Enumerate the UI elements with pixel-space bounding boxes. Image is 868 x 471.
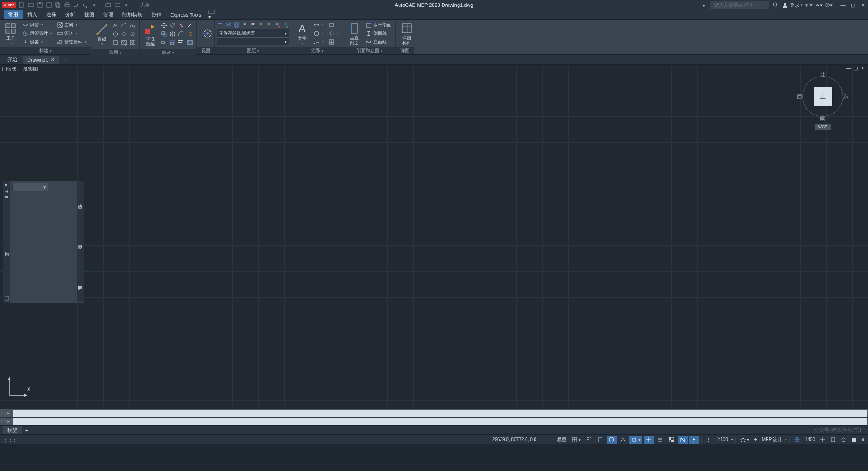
cmd-grip-icon[interactable]: ⋮⋮ — [0, 411, 6, 415]
ellipse-icon[interactable] — [121, 30, 128, 38]
copy-icon[interactable] — [160, 30, 168, 38]
layer5-icon[interactable] — [250, 21, 256, 29]
qat-save-icon[interactable] — [36, 1, 43, 9]
sb-annoscale-icon[interactable] — [704, 436, 714, 443]
duct-fitting-button[interactable]: 风管管件▾ — [21, 29, 53, 38]
sb-customize-icon[interactable]: ≡ — [860, 436, 866, 443]
palette-tab-2[interactable]: 扩展数据 — [77, 262, 84, 303]
explode-icon[interactable] — [186, 30, 193, 38]
help-icon[interactable]: ?▾ — [825, 1, 833, 9]
dim3-icon[interactable]: ▾ — [312, 38, 325, 46]
compass-west[interactable]: 西 — [797, 93, 802, 101]
pipe-fitting-button[interactable]: 管道管件▾ — [55, 38, 88, 46]
layout-add-button[interactable]: + — [22, 427, 32, 434]
array-icon[interactable] — [178, 39, 185, 46]
menu-view[interactable]: 视图 — [80, 10, 99, 19]
tab-close-icon[interactable]: ✕ — [51, 57, 54, 62]
cmd-close-icon[interactable]: ✕ — [6, 411, 12, 416]
sb-gear-icon[interactable]: ▾ — [738, 436, 751, 444]
palette-tab-0[interactable]: 法兰 — [77, 181, 84, 221]
line-button[interactable]: 直线 ▾ — [93, 21, 111, 48]
panel-modify-title[interactable]: 修改 — [140, 49, 196, 56]
sb-otrack-icon[interactable] — [644, 436, 654, 444]
drawing-area[interactable]: [-][俯视][二维线框] — ▢ ✕ 北 南 东 西 上 WCS ✕ ⊣ ☰ … — [0, 65, 868, 409]
cmd-grip2-icon[interactable]: ⋮⋮ — [0, 419, 6, 423]
pipe-button[interactable]: 管道▾ — [55, 29, 88, 38]
tag3-icon[interactable] — [327, 38, 340, 46]
qat-arrow-icon[interactable] — [132, 1, 139, 9]
panel-section-title[interactable]: 剖面和立面 — [343, 47, 395, 54]
sb-nav2-icon[interactable] — [829, 436, 838, 443]
sb-drag-icon[interactable]: ⋮⋮⋮ — [2, 436, 19, 443]
qat-new-icon[interactable] — [18, 1, 25, 9]
layer9-icon[interactable] — [282, 21, 289, 29]
layout-model-tab[interactable]: 模型 — [3, 426, 22, 434]
layer8-icon[interactable] — [274, 21, 280, 29]
command-input[interactable] — [13, 418, 867, 425]
view-button[interactable] — [198, 21, 217, 46]
compass-east[interactable]: 东 — [843, 93, 849, 101]
move-icon[interactable] — [160, 22, 168, 29]
vp-close-icon[interactable]: ✕ — [861, 66, 866, 71]
qat-cloud-icon[interactable] — [54, 1, 62, 9]
properties-palette[interactable]: ✕ ⊣ ☰ 特性 ▾ 法兰 圆形 扩展数据 — [3, 181, 84, 303]
ucs-icon[interactable]: X — [5, 373, 32, 400]
dim2-icon[interactable]: ▾ — [312, 29, 325, 38]
sb-mep[interactable]: MEP 设计 — [760, 436, 784, 444]
qat-list-icon[interactable] — [114, 1, 121, 9]
search-input[interactable] — [710, 1, 769, 9]
wcs-button[interactable]: WCS — [815, 124, 831, 130]
menu-addins[interactable]: 附加模块 — [118, 10, 147, 19]
layer6-icon[interactable] — [257, 21, 264, 29]
layer1-icon[interactable] — [217, 21, 224, 29]
panel-detail-title[interactable]: 详图 — [396, 47, 414, 54]
sb-scale[interactable]: 1:100 — [715, 436, 730, 443]
sb-nav1-icon[interactable] — [818, 436, 827, 443]
sb-globe-icon[interactable] — [792, 436, 802, 444]
menu-collaborate[interactable]: 协作 — [147, 10, 166, 19]
scale-icon[interactable] — [169, 39, 176, 46]
sb-grid-icon[interactable]: ▾ — [569, 436, 583, 444]
vsection-button[interactable]: 垂直 剖面 — [345, 21, 363, 46]
layer-current-combo[interactable]: ▾ — [217, 37, 289, 45]
cmd-close2-icon[interactable]: ✕ — [6, 419, 12, 424]
sb-plus-icon[interactable]: + — [752, 436, 759, 443]
minimize-button[interactable]: — — [840, 2, 846, 8]
tab-drawing1[interactable]: Drawing1✕ — [23, 56, 59, 64]
menu-home[interactable]: 常用 — [4, 10, 23, 19]
login-button[interactable]: 登录 ▾ — [782, 2, 803, 9]
qat-undo-icon[interactable] — [72, 1, 80, 9]
fillet-icon[interactable] — [178, 30, 185, 38]
menu-analyze[interactable]: 分析 — [61, 10, 80, 19]
sb-transparency-icon[interactable] — [666, 436, 676, 444]
search-caret-icon[interactable]: ▸ — [700, 1, 708, 9]
sb-ortho-icon[interactable] — [595, 436, 605, 444]
sb-dyn-icon[interactable] — [678, 436, 688, 444]
sb-osnap-icon[interactable]: ▾ — [629, 436, 642, 444]
menu-overflow-icon[interactable]: ▾ — [206, 8, 217, 21]
palette-combo[interactable]: ▾ — [12, 183, 48, 191]
sb-model-button[interactable]: 模型 — [555, 436, 568, 444]
point-icon[interactable] — [129, 30, 136, 38]
mirror-icon[interactable] — [169, 30, 176, 38]
sb-coordinates[interactable]: 29639.0, 80772.6, 0.0 — [491, 436, 554, 443]
menu-insert[interactable]: 插入 — [23, 10, 42, 19]
space-button[interactable]: 空间▾ — [55, 21, 88, 29]
qat-plot-icon[interactable] — [63, 1, 71, 9]
cutline-button[interactable]: 剖面线 — [364, 29, 393, 38]
layer7-icon[interactable] — [265, 21, 272, 29]
hatch-icon[interactable] — [121, 39, 128, 46]
equipment-button[interactable]: 设备▾ — [21, 38, 53, 46]
sb-elev[interactable]: 1400 — [803, 436, 817, 443]
vp-minimize-icon[interactable]: — — [846, 66, 852, 71]
compass-north[interactable]: 北 — [820, 71, 825, 78]
sb-nav4-icon[interactable] — [849, 436, 858, 443]
polyline-icon[interactable] — [112, 22, 119, 29]
circle-icon[interactable] — [112, 30, 119, 38]
trim-icon[interactable] — [178, 22, 185, 29]
sb-iso-icon[interactable] — [618, 436, 628, 444]
qat-redo-icon[interactable] — [82, 1, 89, 9]
tab-start[interactable]: 开始 — [3, 55, 22, 64]
tag2-icon[interactable]: ▾ — [327, 29, 340, 38]
autodesk-icon[interactable]: ▾ — [815, 1, 823, 9]
